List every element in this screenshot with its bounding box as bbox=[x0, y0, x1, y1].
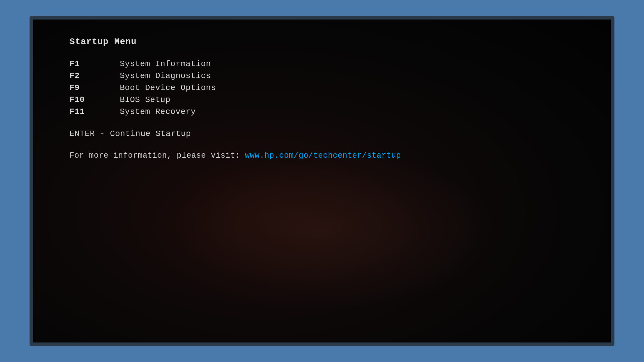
menu-item-f2[interactable]: F2System Diagnostics bbox=[69, 70, 216, 82]
menu-label-f10: BIOS Setup bbox=[120, 94, 216, 106]
menu-spacer-2 bbox=[101, 82, 120, 94]
screen-content: Startup Menu F1System InformationF2Syste… bbox=[33, 20, 611, 160]
menu-table: F1System InformationF2System Diagnostics… bbox=[69, 58, 216, 118]
menu-key-f2: F2 bbox=[69, 70, 101, 82]
monitor-screen: Startup Menu F1System InformationF2Syste… bbox=[33, 20, 611, 342]
menu-label-f2: System Diagnostics bbox=[120, 70, 216, 82]
info-prefix: For more information, please visit: bbox=[69, 151, 240, 160]
startup-menu-title: Startup Menu bbox=[69, 37, 611, 47]
menu-spacer-0 bbox=[101, 58, 120, 70]
menu-item-f1[interactable]: F1System Information bbox=[69, 58, 216, 70]
menu-key-f1: F1 bbox=[69, 58, 101, 70]
menu-key-f11: F11 bbox=[69, 106, 101, 118]
menu-key-f10: F10 bbox=[69, 94, 101, 106]
enter-line: ENTER - Continue Startup bbox=[69, 129, 611, 139]
menu-key-f9: F9 bbox=[69, 82, 101, 94]
info-url: www.hp.com/go/techcenter/startup bbox=[245, 151, 401, 160]
screen-glow bbox=[149, 149, 495, 310]
monitor-outer: Startup Menu F1System InformationF2Syste… bbox=[30, 16, 614, 346]
menu-label-f9: Boot Device Options bbox=[120, 82, 216, 94]
info-line: For more information, please visit: www.… bbox=[69, 151, 611, 160]
menu-item-f9[interactable]: F9Boot Device Options bbox=[69, 82, 216, 94]
menu-item-f10[interactable]: F10BIOS Setup bbox=[69, 94, 216, 106]
menu-spacer-1 bbox=[101, 70, 120, 82]
menu-item-f11[interactable]: F11System Recovery bbox=[69, 106, 216, 118]
menu-spacer-4 bbox=[101, 106, 120, 118]
menu-label-f1: System Information bbox=[120, 58, 216, 70]
menu-label-f11: System Recovery bbox=[120, 106, 216, 118]
menu-spacer-3 bbox=[101, 94, 120, 106]
